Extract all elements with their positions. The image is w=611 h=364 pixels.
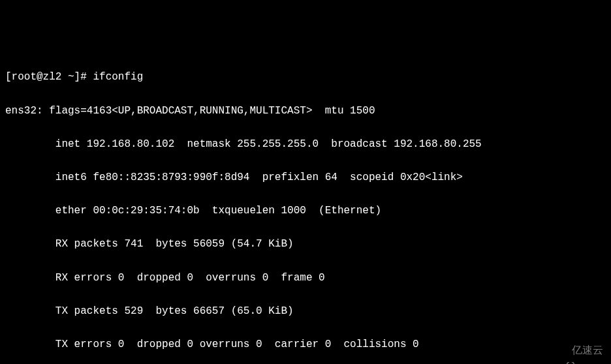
- iface-line: RX packets 741 bytes 56059 (54.7 KiB): [5, 236, 606, 253]
- iface-line: TX errors 0 dropped 0 overruns 0 carrier…: [5, 337, 606, 354]
- iface-line: TX packets 529 bytes 66657 (65.0 KiB): [5, 303, 606, 320]
- iface-line: inet6 fe80::8235:8793:990f:8d94 prefixle…: [5, 170, 606, 187]
- watermark-text: 亿速云: [572, 342, 603, 359]
- iface-header: ens32: flags=4163<UP,BROADCAST,RUNNING,M…: [5, 103, 606, 120]
- prompt-line[interactable]: [root@zl2 ~]# ifconfig: [5, 69, 606, 86]
- cloud-icon: [550, 344, 568, 356]
- watermark: 亿速云: [550, 342, 603, 359]
- command-text: ifconfig: [93, 71, 143, 83]
- shell-prompt: [root@zl2 ~]#: [5, 71, 93, 83]
- iface-line: ether 00:0c:29:35:74:0b txqueuelen 1000 …: [5, 203, 606, 220]
- iface-line: RX errors 0 dropped 0 overruns 0 frame 0: [5, 270, 606, 287]
- iface-line: inet 192.168.80.102 netmask 255.255.255.…: [5, 136, 606, 153]
